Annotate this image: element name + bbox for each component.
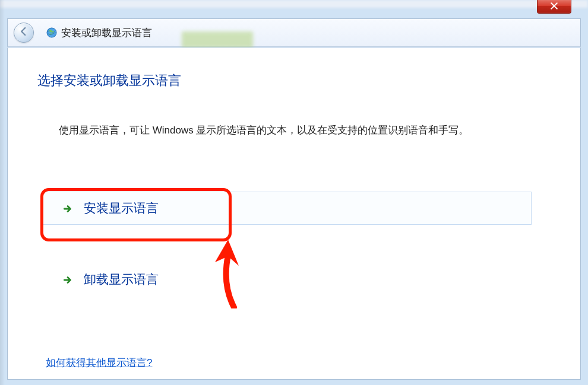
page-heading: 选择安装或卸载显示语言 — [8, 48, 580, 90]
window-title: 安装或卸载显示语言 — [61, 26, 152, 40]
arrow-right-icon — [62, 274, 73, 285]
toolbar: 安装或卸载显示语言 — [7, 18, 581, 47]
titlebar-background — [0, 0, 588, 8]
page-description: 使用显示语言，可让 Windows 显示所选语言的文本，以及在受支持的位置识别语… — [8, 90, 580, 138]
close-icon — [551, 4, 558, 11]
content-panel: 选择安装或卸载显示语言 使用显示语言，可让 Windows 显示所选语言的文本，… — [7, 47, 581, 380]
install-option-label: 安装显示语言 — [84, 200, 159, 217]
background-window-hint — [182, 31, 253, 48]
back-arrow-icon — [18, 26, 29, 39]
uninstall-language-option[interactable]: 卸载显示语言 — [8, 263, 580, 296]
more-languages-link[interactable]: 如何获得其他显示语言? — [46, 356, 152, 370]
left-shadow — [0, 0, 5, 385]
arrow-right-icon — [62, 203, 73, 214]
uninstall-option-label: 卸载显示语言 — [84, 271, 159, 288]
dialog-window: 安装或卸载显示语言 选择安装或卸载显示语言 使用显示语言，可让 Windows … — [0, 0, 588, 385]
install-language-option[interactable]: 安装显示语言 — [8, 192, 580, 225]
back-button[interactable] — [14, 23, 34, 43]
options-list: 安装显示语言 卸载显示语言 — [8, 192, 580, 296]
globe-icon — [46, 27, 58, 39]
option-gap — [8, 225, 580, 263]
close-button[interactable] — [537, 0, 571, 14]
